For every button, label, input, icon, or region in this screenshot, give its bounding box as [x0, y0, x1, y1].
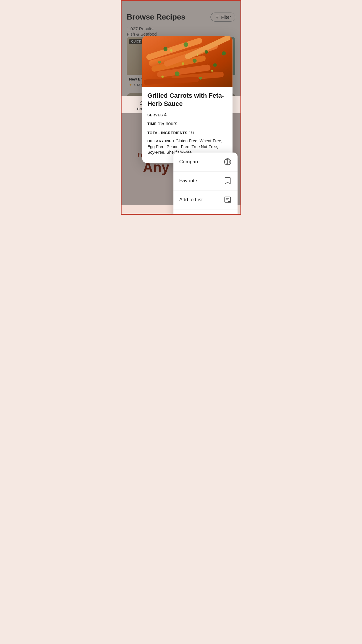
svg-point-18: [175, 71, 180, 76]
time-row: TIME 1¼ hours: [147, 120, 227, 127]
svg-point-17: [213, 63, 217, 67]
recipe-modal-body: Grilled Carrots with Feta-Herb Sauce SER…: [142, 87, 233, 163]
compare-icon: [224, 158, 232, 166]
svg-point-19: [199, 77, 202, 80]
svg-point-15: [158, 61, 161, 64]
svg-point-14: [205, 50, 208, 54]
svg-point-12: [164, 47, 168, 51]
svg-point-23: [182, 62, 184, 65]
serves-label: SERVES: [147, 113, 163, 117]
dietary-label: DIETARY INFO: [147, 139, 175, 143]
recipe-modal: Grilled Carrots with Feta-Herb Sauce SER…: [142, 36, 233, 163]
svg-point-20: [222, 51, 226, 55]
recipe-modal-title: Grilled Carrots with Feta-Herb Sauce: [147, 92, 227, 108]
add-to-list-action[interactable]: Add to List: [173, 190, 238, 209]
add-to-list-label: Add to List: [179, 197, 203, 203]
favorite-label: Favorite: [179, 178, 197, 184]
serves-row: SERVES 4: [147, 112, 227, 118]
ingredients-row: TOTAL INGREDIENTS 16: [147, 130, 227, 136]
serves-value: 4: [164, 112, 167, 117]
share-action[interactable]: Share: [173, 209, 238, 215]
bookmark-icon: [224, 177, 232, 185]
svg-point-24: [211, 70, 213, 72]
compare-action[interactable]: Compare: [173, 153, 238, 172]
svg-point-16: [193, 59, 197, 63]
ingredients-label: TOTAL INGREDIENTS: [147, 131, 188, 135]
svg-point-25: [161, 76, 164, 78]
compare-label: Compare: [179, 159, 200, 165]
add-list-icon: [224, 196, 232, 204]
favorite-action[interactable]: Favorite: [173, 172, 238, 190]
svg-point-21: [170, 49, 173, 52]
svg-point-22: [197, 54, 198, 56]
action-menu: Compare Favorite Add to List: [173, 153, 238, 215]
ingredients-value: 16: [189, 130, 194, 135]
recipe-modal-image: [142, 36, 233, 87]
time-label: TIME: [147, 122, 157, 126]
time-value: 1¼ hours: [158, 121, 177, 126]
svg-point-13: [184, 42, 188, 47]
